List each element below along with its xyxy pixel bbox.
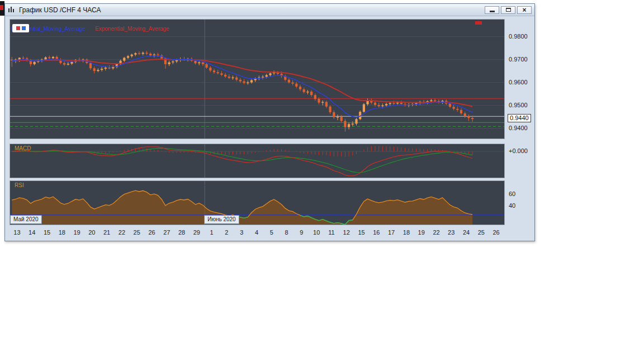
x-axis-label: 8 xyxy=(281,229,292,236)
rsi-tick-label: 60 xyxy=(509,190,515,197)
rsi-tick-label: 40 xyxy=(509,202,515,209)
x-axis-label: 21 xyxy=(101,229,112,236)
rsi-panel[interactable]: RSI xyxy=(10,180,505,225)
ema-red-line xyxy=(12,59,472,107)
x-axis-label: 26 xyxy=(146,229,158,236)
minimize-button[interactable] xyxy=(485,6,499,14)
background-window-icon xyxy=(0,5,3,10)
chart-area: Exponential_Moving_Average Exponential_M… xyxy=(5,16,534,241)
x-axis-label: 9 xyxy=(296,229,307,236)
x-axis-label: 26 xyxy=(491,229,502,236)
x-axis-label: 19 xyxy=(416,229,427,236)
price-tick-label: 0.9400 xyxy=(509,125,528,131)
x-axis-label: 22 xyxy=(116,229,127,236)
macd-panel[interactable]: MACD xyxy=(10,144,505,178)
x-axis-label: 25 xyxy=(131,229,143,236)
x-axis-label: 22 xyxy=(431,229,442,236)
x-axis-label: 11 xyxy=(326,229,337,236)
x-axis-label: 18 xyxy=(56,229,68,236)
red-series-swatch xyxy=(16,26,20,30)
ema-red-legend-label: Exponential_Moving_Average xyxy=(95,26,169,32)
x-axis-label: 3 xyxy=(236,229,247,236)
price-tick-label: 0.9600 xyxy=(509,79,528,85)
background-window-fragment xyxy=(0,1,4,16)
x-axis-label: 16 xyxy=(371,229,382,236)
price-axis[interactable]: 0.9440 +0.000 0.98000.97000.96000.95000.… xyxy=(506,16,534,241)
price-tick-label: 0.9800 xyxy=(509,33,528,40)
rsi-fill xyxy=(12,190,472,225)
month-marker: Июнь 2020 xyxy=(204,215,239,224)
macd-line xyxy=(12,147,472,176)
macd-label: MACD xyxy=(15,145,31,151)
x-axis-label: 5 xyxy=(266,229,277,236)
title-bar[interactable]: График USD /CHF 4 ЧАСА × xyxy=(5,4,534,16)
x-axis-label: 28 xyxy=(176,229,187,236)
minimize-icon xyxy=(490,11,495,12)
maximize-button[interactable] xyxy=(501,6,515,14)
close-icon: × xyxy=(522,7,526,13)
x-axis-label: 18 xyxy=(401,229,412,236)
x-axis-label: 24 xyxy=(461,229,472,236)
month-marker: Май 2020 xyxy=(10,215,42,224)
close-button[interactable]: × xyxy=(517,6,532,14)
x-axis-label: 12 xyxy=(341,229,352,236)
time-axis[interactable]: 1314151819202122252627282912345891011121… xyxy=(10,227,505,239)
x-axis-label: 14 xyxy=(26,229,37,236)
x-axis-label: 27 xyxy=(161,229,172,236)
rsi-label: RSI xyxy=(15,182,24,188)
current-price-tag: 0.9440 xyxy=(508,114,531,122)
red-marker xyxy=(475,21,482,25)
x-axis-label: 4 xyxy=(251,229,262,236)
maximize-icon xyxy=(506,8,511,12)
x-axis-label: 20 xyxy=(86,229,97,236)
blue-series-swatch xyxy=(22,26,26,30)
x-axis-label: 15 xyxy=(356,229,367,236)
window-controls: × xyxy=(485,6,532,14)
x-axis-label: 1 xyxy=(206,229,217,236)
x-axis-label: 17 xyxy=(386,229,397,236)
legend-color-box[interactable] xyxy=(12,24,29,32)
price-tick-label: 0.9700 xyxy=(509,56,528,63)
candlestick-series xyxy=(11,51,473,132)
x-axis-label: 29 xyxy=(191,229,202,236)
x-axis-label: 13 xyxy=(11,229,22,236)
price-tick-label: 0.9500 xyxy=(509,102,528,108)
candlestick-chart-icon xyxy=(8,6,16,13)
price-chart-svg xyxy=(10,20,504,139)
chart-window: График USD /CHF 4 ЧАСА × Exponential_Mov… xyxy=(4,3,535,241)
x-axis-label: 10 xyxy=(311,229,322,236)
x-axis-label: 23 xyxy=(446,229,457,236)
ema-blue-line xyxy=(12,56,472,117)
window-title: График USD /CHF 4 ЧАСА xyxy=(19,6,101,14)
x-axis-label: 19 xyxy=(72,229,83,236)
x-axis-label: 15 xyxy=(41,229,53,236)
rsi-chart-svg xyxy=(10,181,504,225)
price-gridlines xyxy=(10,20,504,139)
price-panel[interactable]: Exponential_Moving_Average Exponential_M… xyxy=(10,19,505,139)
x-axis-label: 25 xyxy=(476,229,487,236)
x-axis-label: 2 xyxy=(221,229,232,236)
macd-zero-label: +0.000 xyxy=(509,147,528,154)
macd-chart-svg xyxy=(10,144,504,178)
